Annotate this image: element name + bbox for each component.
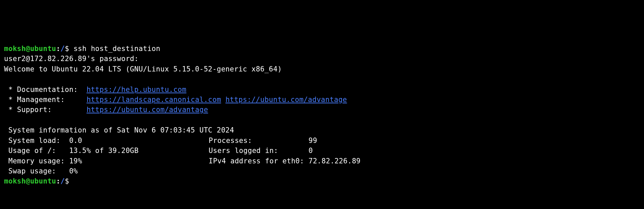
blank-line [4,74,640,84]
management-link-2[interactable]: https://ubuntu.com/advantage [225,96,347,104]
prompt-path-2: / [60,177,65,185]
prompt-path: / [60,45,65,53]
processes-value: 99 [309,137,317,145]
sysinfo-header: System information as of Sat Nov 6 07:03… [4,125,640,135]
mgmt-label: * Management: [4,96,87,104]
sysinfo-row-3: Memory usage: 19%IPv4 address for eth0: … [4,156,640,166]
prompt-colon-2: : [56,177,60,185]
support-line: * Support: https://ubuntu.com/advantage [4,105,640,115]
password-prompt: user2@172.82.226.89's password: [4,54,640,64]
mgmt-line: * Management: https://landscape.canonica… [4,95,640,105]
prompt-dollar: $ [65,45,73,53]
prompt-dollar-2: $ [65,177,69,185]
disk-usage-value: 13.5% of 39.20GB [69,147,139,155]
sysinfo-row-4: Swap usage: 0% [4,166,640,176]
prompt-user: moksh@ubuntu [4,45,56,53]
disk-usage-label: Usage of /: [4,147,69,155]
system-load-value: 0.0 [69,137,82,145]
sysinfo-row-2: Usage of /: 13.5% of 39.20GBUsers logged… [4,146,640,156]
support-link[interactable]: https://ubuntu.com/advantage [87,106,208,114]
prompt-user-2: moksh@ubuntu [4,177,56,185]
system-load-label: System load: [4,137,69,145]
support-label: * Support: [4,106,87,114]
ipv4-value: 72.82.226.89 [309,157,361,165]
doc-line: * Documentation: https://help.ubuntu.com [4,85,640,95]
blank-line-2 [4,115,640,125]
processes-label: Processes: [209,137,309,145]
prompt-line-1: moksh@ubuntu:/$ ssh host_destination [4,44,640,54]
management-link-1[interactable]: https://landscape.canonical.com [87,96,221,104]
doc-label: * Documentation: [4,86,87,94]
sysinfo-row-1: System load: 0.0Processes: 99 [4,136,640,146]
prompt-colon: : [56,45,60,53]
prompt-line-2: moksh@ubuntu:/$ [4,176,640,186]
command-text: ssh host_destination [73,45,160,53]
ipv4-label: IPv4 address for eth0: [209,157,309,165]
memory-value: 19% [69,157,82,165]
users-value: 0 [309,147,313,155]
swap-value: 0% [69,167,78,175]
documentation-link[interactable]: https://help.ubuntu.com [87,86,186,94]
memory-label: Memory usage: [4,157,69,165]
swap-label: Swap usage: [4,167,69,175]
terminal-output[interactable]: moksh@ubuntu:/$ ssh host_destinationuser… [4,44,640,187]
welcome-line: Welcome to Ubuntu 22.04 LTS (GNU/Linux 5… [4,64,640,74]
users-label: Users logged in: [209,147,309,155]
